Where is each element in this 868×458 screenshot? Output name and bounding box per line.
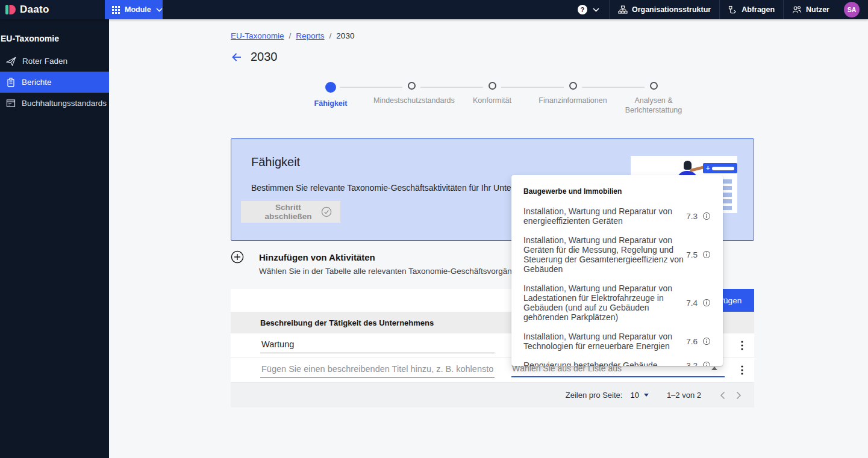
breadcrumb: EU-Taxonomie / Reports / 2030 (231, 31, 354, 40)
sidebar-title: EU-Taxonomie (0, 19, 109, 51)
activities-section-header: Hinzufügen von Aktivitäten Wählen Sie in… (231, 250, 375, 264)
daato-logo-icon (5, 4, 16, 16)
breadcrumb-separator: / (329, 31, 332, 40)
sidebar-item-label: Buchhaltungsstandards (22, 99, 107, 108)
pagination-next-icon[interactable] (731, 389, 747, 402)
step-label: Konformität (452, 96, 532, 106)
step-dot-active (325, 82, 336, 93)
clipboard-icon (6, 78, 16, 87)
step-dot (650, 82, 658, 90)
grid-icon (112, 6, 120, 14)
sidebar-item-roter-faden[interactable]: Roter Faden (0, 51, 109, 72)
org-chart-icon (618, 5, 628, 14)
paper-plane-icon (6, 57, 16, 66)
complete-step-label: Schritt abschließen (255, 203, 321, 221)
info-icon[interactable] (702, 212, 711, 220)
option-label: Renovierung bestehender Gebäude (523, 361, 685, 366)
rows-per-page-value: 10 (630, 391, 639, 400)
ability-card-description: Bestimmen Sie relevante Taxonomie-Geschä… (251, 183, 545, 193)
option-label: Installation, Wartung und Reparatur von … (523, 332, 685, 351)
users-icon (792, 5, 802, 14)
rows-per-page-select[interactable]: 10 (630, 391, 648, 400)
brand: Daato (0, 4, 105, 16)
chevron-down-icon (593, 8, 599, 12)
chevron-down-icon (156, 8, 163, 12)
option-code: 7.5 (686, 250, 698, 259)
ledger-icon (6, 99, 16, 108)
step-analysen-berichterstattung[interactable]: Analysen & Berichterstattung (613, 82, 694, 115)
option-code: 3.2 (686, 361, 698, 367)
help-menu[interactable]: ? (568, 0, 609, 19)
row-menu-kebab-icon[interactable] (740, 364, 745, 376)
dropdown-option[interactable]: Renovierung bestehender Gebäude 3.2 (523, 361, 711, 366)
option-code: 7.6 (686, 337, 698, 346)
option-code: 7.3 (686, 212, 698, 221)
dropdown-group-header: Baugewerbe und Immobilien (523, 187, 711, 196)
option-label: Installation, Wartung und Reparatur von … (523, 235, 685, 274)
caret-up-icon (711, 367, 717, 370)
step-label: Analysen & Berichterstattung (613, 96, 694, 115)
step-dot (489, 82, 496, 90)
check-circle-icon (321, 206, 332, 217)
page-title-row: 2030 (231, 50, 278, 64)
option-code: 7.4 (686, 299, 698, 308)
dropdown-option[interactable]: Installation, Wartung und Reparatur von … (523, 235, 711, 274)
sidebar-item-buchhaltungsstandards[interactable]: Buchhaltungsstandards (0, 93, 109, 114)
nav-organisationsstruktur[interactable]: Organisationsstruktur (610, 0, 719, 19)
sidebar-nav: Roter Faden Berichte Buchhaltungsstan (0, 51, 109, 114)
pagination-range: 1–2 von 2 (667, 391, 701, 400)
breadcrumb-current: 2030 (336, 31, 354, 40)
description-input-row1[interactable] (260, 338, 495, 353)
column-header-description: Beschreibung der Tätigkeit des Unternehm… (260, 318, 434, 327)
step-label: Finanzinformationen (532, 96, 613, 106)
nav-nutzer-label: Nutzer (806, 5, 829, 14)
dropdown-option[interactable]: Installation, Wartung und Reparatur von … (523, 283, 711, 322)
illustration-add-button: + (703, 163, 737, 173)
ability-card-title: Fähigkeit (251, 155, 300, 169)
info-icon[interactable] (702, 299, 711, 307)
step-label: Mindestschutzstandards (371, 96, 452, 106)
brand-name: Daato (20, 4, 49, 16)
sidebar-item-label: Berichte (22, 78, 52, 87)
app-root: Daato Module ? (0, 0, 868, 458)
activity-dropdown: Baugewerbe und Immobilien Installation, … (511, 175, 723, 366)
nav-nutzer[interactable]: Nutzer (784, 0, 838, 19)
option-label: Installation, Wartung und Reparatur von … (523, 283, 685, 322)
activities-title: Hinzufügen von Aktivitäten (259, 250, 375, 262)
stepper: Fähigkeit Mindestschutzstandards Konform… (290, 82, 694, 115)
complete-step-button[interactable]: Schritt abschließen (241, 201, 340, 223)
module-button[interactable]: Module (105, 0, 163, 19)
step-label: Fähigkeit (290, 99, 371, 109)
info-icon[interactable] (702, 361, 711, 366)
row-menu-kebab-icon[interactable] (740, 339, 745, 351)
page-title: 2030 (251, 50, 278, 64)
breadcrumb-link-reports[interactable]: Reports (296, 31, 324, 40)
module-button-label: Module (125, 5, 151, 14)
query-flow-icon (728, 5, 737, 14)
topbar: Daato Module ? (0, 0, 868, 19)
table-pagination: Zeilen pro Seite: 10 1–2 von 2 (231, 383, 754, 407)
step-dot (569, 82, 577, 90)
rows-per-page-label: Zeilen pro Seite: (566, 391, 623, 400)
option-label: Installation, Wartung und Reparatur von … (523, 206, 685, 226)
dropdown-option[interactable]: Installation, Wartung und Reparatur von … (523, 332, 711, 351)
plus-circle-icon (231, 250, 244, 264)
topbar-right: ? Organisationsstruktur (568, 0, 868, 19)
sidebar-item-label: Roter Faden (22, 57, 67, 66)
caret-down-icon (644, 394, 649, 397)
back-arrow-icon[interactable] (231, 52, 243, 63)
info-icon[interactable] (702, 250, 711, 259)
pagination-prev-icon[interactable] (714, 389, 731, 402)
breadcrumb-separator: / (289, 31, 292, 40)
sidebar: EU-Taxonomie Roter Faden Berichte (0, 19, 109, 458)
info-icon[interactable] (702, 337, 711, 345)
sidebar-item-berichte[interactable]: Berichte (0, 72, 109, 93)
user-avatar[interactable]: SA (844, 2, 860, 17)
nav-abfragen[interactable]: Abfragen (720, 0, 783, 19)
dropdown-option[interactable]: Installation, Wartung und Reparatur von … (523, 206, 711, 226)
description-input-row2[interactable] (260, 362, 495, 378)
nav-abfragen-label: Abfragen (742, 5, 775, 14)
breadcrumb-link-eu-taxonomie[interactable]: EU-Taxonomie (231, 31, 284, 40)
step-dot (408, 82, 416, 90)
nav-organisationsstruktur-label: Organisationsstruktur (632, 5, 711, 14)
